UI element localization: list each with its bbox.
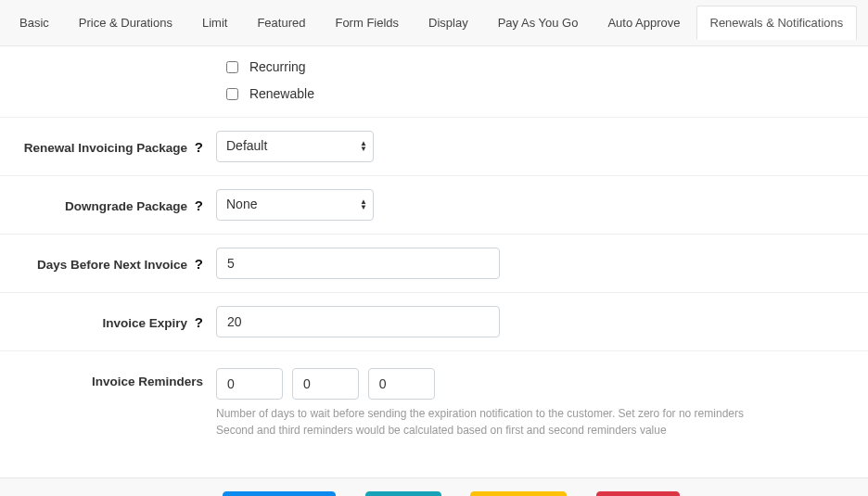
tab-renewals-notifications[interactable]: Renewals & Notifications: [696, 6, 858, 40]
tab-auto-approve[interactable]: Auto Approve: [594, 6, 694, 40]
checkbox-renewable-input[interactable]: [226, 88, 238, 100]
checkbox-renewable[interactable]: Renewable: [223, 86, 868, 104]
select-downgrade-package[interactable]: None ▲▼: [216, 189, 374, 221]
reminders-help-text-2: Second and third reminders would be calc…: [216, 424, 868, 437]
footer-actions: Save & Exit or Save or Go Back or Delete: [0, 477, 868, 496]
tab-limit[interactable]: Limit: [188, 6, 241, 40]
select-renewal-invoicing-package-input[interactable]: Default: [217, 132, 373, 159]
checkbox-recurring[interactable]: Recurring: [223, 59, 868, 77]
label-invoice-reminders: Invoice Reminders: [7, 368, 216, 388]
checkbox-recurring-input[interactable]: [226, 61, 238, 73]
tab-form-fields[interactable]: Form Fields: [321, 6, 413, 40]
input-reminder-2[interactable]: [292, 368, 359, 400]
delete-button[interactable]: Delete: [596, 491, 680, 496]
row-days-before-next-invoice: Days Before Next Invoice ?: [0, 235, 868, 293]
row-invoice-reminders: Invoice Reminders Number of days to wait…: [0, 351, 868, 450]
tab-display[interactable]: Display: [415, 6, 482, 40]
save-button[interactable]: Save: [365, 491, 441, 496]
label-days-before-next-invoice: Days Before Next Invoice ?: [7, 256, 216, 272]
input-reminder-3[interactable]: [368, 368, 435, 400]
tab-price-durations[interactable]: Price & Durations: [65, 6, 186, 40]
label-renewal-invoicing-package: Renewal Invoicing Package ?: [7, 139, 216, 155]
row-downgrade-package: Downgrade Package ? None ▲▼: [0, 176, 868, 235]
form-area: Recurring Renewable Renewal Invoicing Pa…: [0, 46, 868, 450]
save-exit-button[interactable]: Save & Exit: [223, 491, 336, 496]
tab-featured[interactable]: Featured: [243, 6, 319, 40]
label-invoice-expiry: Invoice Expiry ?: [7, 314, 216, 330]
tab-pay-as-you-go[interactable]: Pay As You Go: [484, 6, 593, 40]
select-downgrade-package-input[interactable]: None: [217, 190, 373, 218]
input-invoice-expiry[interactable]: [216, 306, 500, 337]
go-back-button[interactable]: Go Back: [470, 491, 567, 496]
reminders-help-text-1: Number of days to wait before sending th…: [216, 407, 868, 420]
label-downgrade-package: Downgrade Package ?: [7, 197, 216, 213]
help-icon[interactable]: ?: [195, 256, 203, 272]
input-days-before-next-invoice[interactable]: [216, 248, 500, 279]
row-invoice-expiry: Invoice Expiry ?: [0, 293, 868, 351]
tab-basic[interactable]: Basic: [6, 6, 63, 40]
help-icon[interactable]: ?: [195, 314, 203, 330]
row-renewal-invoicing-package: Renewal Invoicing Package ? Default ▲▼: [0, 118, 868, 176]
checkbox-renewable-label: Renewable: [249, 86, 314, 101]
tab-layout[interactable]: Layout: [859, 6, 868, 40]
checkbox-recurring-label: Recurring: [249, 59, 306, 74]
help-icon[interactable]: ?: [195, 197, 203, 213]
input-reminder-1[interactable]: [216, 368, 283, 400]
tabs-bar: Basic Price & Durations Limit Featured F…: [0, 0, 868, 46]
select-renewal-invoicing-package[interactable]: Default ▲▼: [216, 131, 374, 162]
help-icon[interactable]: ?: [195, 139, 203, 155]
checkbox-list: Recurring Renewable: [0, 46, 868, 118]
